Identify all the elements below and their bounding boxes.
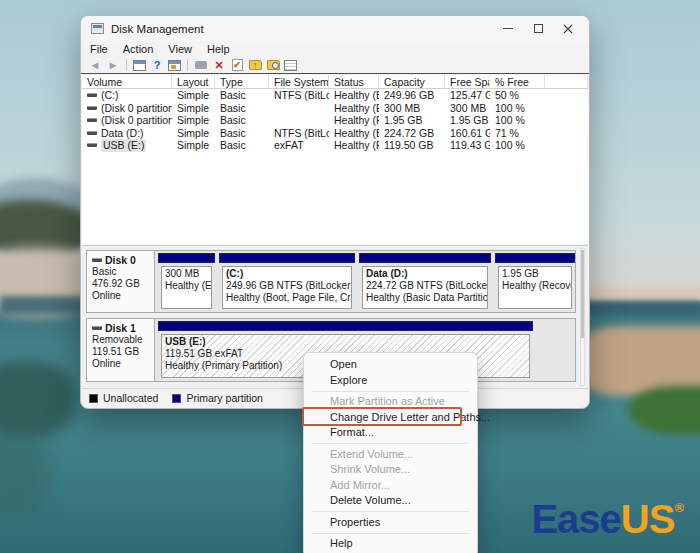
column-header-file-system[interactable]: File System: [269, 75, 329, 88]
volume-row-partition5[interactable]: (Disk 0 partition 5) Simple Basic Health…: [82, 114, 588, 127]
mark-active-icon[interactable]: ✔: [232, 59, 243, 71]
window-controls: [493, 16, 583, 41]
menu-item-delete-volume[interactable]: Delete Volume...: [304, 493, 477, 509]
menu-item-add-mirror: Add Mirror...: [304, 478, 477, 494]
disk-icon: [92, 258, 102, 262]
disk-0-label[interactable]: Disk 0 Basic 476.92 GB Online: [87, 251, 155, 312]
column-header-filler: [545, 75, 588, 88]
partition-color-strip: [495, 253, 575, 263]
menu-view[interactable]: View: [168, 43, 192, 55]
disk-icon: [92, 326, 102, 330]
primary-partition-swatch: [172, 394, 181, 403]
toolbar: ◄ ► ? ✕ ✔ ↑: [81, 57, 589, 74]
menu-separator: [312, 443, 469, 444]
explore-folder-icon[interactable]: [267, 60, 280, 70]
context-menu: Open Explore Mark Partition as Active Ch…: [303, 352, 478, 553]
menubar: File Action View Help: [81, 41, 589, 57]
open-folder-icon[interactable]: ↑: [249, 60, 262, 70]
column-header-capacity[interactable]: Capacity: [379, 75, 445, 88]
partition-data-d[interactable]: Data (D:) 224.72 GB NTFS (BitLocker Encr…: [359, 253, 491, 309]
volume-icon: [87, 143, 97, 147]
disk-0-row: Disk 0 Basic 476.92 GB Online 300 MB Hea…: [86, 250, 576, 313]
volume-row-c[interactable]: (C:) Simple Basic NTFS (BitLo... Healthy…: [82, 89, 588, 102]
toolbar-separator: [187, 59, 188, 71]
volume-row-usb-e[interactable]: USB (E:) Simple Basic exFAT Healthy (P..…: [82, 139, 588, 152]
close-icon: [563, 24, 573, 34]
registered-mark: ®: [674, 500, 684, 515]
volume-icon: [87, 118, 97, 122]
legend-unallocated-label: Unallocated: [103, 392, 158, 404]
minimize-button[interactable]: [493, 16, 523, 41]
properties-icon[interactable]: [195, 61, 207, 69]
close-button[interactable]: [553, 16, 583, 41]
column-header-type[interactable]: Type: [215, 75, 269, 88]
maximize-button[interactable]: [523, 16, 553, 41]
column-header-status[interactable]: Status: [329, 75, 379, 88]
titlebar: Disk Management: [81, 16, 589, 41]
menu-item-properties[interactable]: Properties: [304, 515, 477, 531]
menu-file[interactable]: File: [90, 43, 108, 55]
column-header-free-space[interactable]: Free Spa...: [445, 75, 490, 88]
menu-item-change-drive-letter[interactable]: Change Drive Letter and Paths...: [304, 410, 477, 426]
volume-row-partition1[interactable]: (Disk 0 partition 1) Simple Basic Health…: [82, 102, 588, 115]
volume-icon: [87, 106, 97, 110]
menu-help[interactable]: Help: [207, 43, 230, 55]
wallpaper-shore: [584, 286, 700, 300]
wallpaper-reeds: [580, 326, 700, 396]
disk-1-label[interactable]: Disk 1 Removable 119.51 GB Online: [87, 319, 155, 381]
menu-action[interactable]: Action: [123, 43, 154, 55]
help-icon[interactable]: ?: [150, 59, 164, 72]
menu-separator: [312, 511, 469, 512]
menu-item-extend-volume: Extend Volume...: [304, 447, 477, 463]
delete-volume-icon[interactable]: ✕: [212, 59, 226, 72]
menu-item-shrink-volume: Shrink Volume...: [304, 462, 477, 478]
desktop: Disk Management File Action View Help ◄ …: [0, 0, 700, 553]
legend-primary-label: Primary partition: [186, 392, 262, 404]
column-header-pct-free[interactable]: % Free: [490, 75, 545, 88]
partition-color-strip: [158, 253, 215, 263]
menu-item-help[interactable]: Help: [304, 536, 477, 552]
disk-management-app-icon: [91, 23, 104, 34]
menu-item-mark-active: Mark Partition as Active: [304, 394, 477, 410]
toolbar-separator: [126, 59, 127, 71]
column-header-volume[interactable]: Volume: [82, 75, 172, 88]
wallpaper-grass: [628, 386, 700, 434]
partition-recovery[interactable]: 1.95 GB Healthy (Recovery Pa: [495, 253, 575, 309]
wallpaper-reflection2: [0, 430, 50, 520]
partition-color-strip: [158, 321, 533, 331]
easeus-watermark: EaseUS®: [531, 499, 684, 539]
window-title: Disk Management: [111, 23, 204, 35]
wallpaper-reflection: [0, 362, 75, 437]
menu-separator: [312, 391, 469, 392]
volume-icon: [87, 93, 97, 97]
menu-item-open[interactable]: Open: [304, 357, 477, 373]
scrollbar-thumb[interactable]: [581, 250, 584, 338]
partition-c[interactable]: (C:) 249.96 GB NTFS (BitLocker Encrypte …: [219, 253, 355, 309]
volume-list: Volume Layout Type File System Status Ca…: [82, 75, 588, 244]
menu-item-explore[interactable]: Explore: [304, 373, 477, 389]
details-view-icon[interactable]: [284, 60, 297, 71]
vertical-scrollbar[interactable]: [580, 248, 585, 386]
menu-separator: [312, 533, 469, 534]
minimize-icon: [503, 28, 513, 29]
unallocated-swatch: [89, 394, 98, 403]
column-header-layout[interactable]: Layout: [172, 75, 215, 88]
maximize-icon: [534, 24, 543, 33]
menu-item-format[interactable]: Format...: [304, 425, 477, 441]
forward-icon[interactable]: ►: [106, 59, 120, 72]
back-icon[interactable]: ◄: [88, 59, 102, 72]
partition-efi[interactable]: 300 MB Healthy (EFI Sy: [158, 253, 215, 309]
volume-icon: [87, 131, 97, 135]
partition-color-strip: [219, 253, 355, 263]
disk-management-window: Disk Management File Action View Help ◄ …: [80, 15, 590, 409]
partition-color-strip: [359, 253, 491, 263]
console-tree-icon[interactable]: [133, 60, 146, 71]
console-window-icon[interactable]: [168, 60, 181, 71]
volume-list-header: Volume Layout Type File System Status Ca…: [82, 75, 588, 89]
volume-row-data-d[interactable]: Data (D:) Simple Basic NTFS (BitLo... He…: [82, 127, 588, 140]
